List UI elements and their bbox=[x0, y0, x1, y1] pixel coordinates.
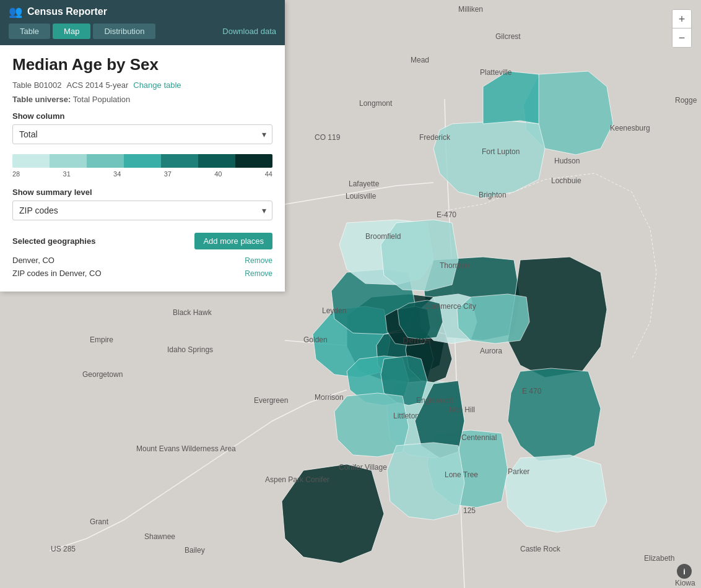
tab-table[interactable]: Table bbox=[9, 24, 50, 39]
scale-label: 44 bbox=[265, 170, 272, 178]
selected-geographies-section: Selected geographies Add more places Den… bbox=[12, 230, 272, 278]
geo-item: ZIP codes in Denver, CORemove bbox=[12, 269, 272, 278]
svg-marker-21 bbox=[282, 464, 384, 563]
add-more-places-button[interactable]: Add more places bbox=[194, 233, 272, 249]
app-header: 👥 Census Reporter bbox=[0, 0, 285, 24]
remove-geography-link[interactable]: Remove bbox=[245, 269, 272, 278]
color-swatch bbox=[161, 154, 198, 168]
summary-level-select[interactable]: ZIP codes bbox=[12, 201, 272, 220]
summary-select-wrapper: ZIP codes ▾ bbox=[12, 201, 272, 220]
zoom-controls: + − bbox=[672, 9, 692, 48]
panel: 👥 Census Reporter Table Map Distribution… bbox=[0, 0, 285, 292]
tab-bar: Table Map Distribution Download data bbox=[0, 24, 285, 45]
tab-map[interactable]: Map bbox=[53, 24, 90, 39]
svg-marker-1 bbox=[433, 121, 545, 198]
scale-label: 31 bbox=[63, 170, 71, 178]
change-table-link[interactable]: Change table bbox=[133, 80, 181, 90]
color-swatch bbox=[124, 154, 161, 168]
geo-item: Denver, CORemove bbox=[12, 256, 272, 265]
color-swatch bbox=[235, 154, 272, 168]
color-scale: 283134374044 bbox=[12, 154, 272, 178]
svg-marker-6 bbox=[505, 455, 607, 532]
color-swatch bbox=[50, 154, 87, 168]
svg-marker-23 bbox=[457, 294, 529, 344]
census-reporter-icon: 👥 bbox=[9, 5, 22, 19]
svg-marker-20 bbox=[387, 443, 464, 520]
svg-marker-14 bbox=[381, 220, 458, 291]
scale-label: 37 bbox=[164, 170, 172, 178]
universe-label: Table universe: bbox=[12, 95, 71, 104]
geo-items-list: Denver, CORemoveZIP codes in Denver, COR… bbox=[12, 256, 272, 278]
selected-geo-title: Selected geographies bbox=[12, 236, 95, 246]
scale-label: 34 bbox=[113, 170, 121, 178]
color-bar bbox=[12, 154, 272, 168]
selected-geo-header: Selected geographies Add more places bbox=[12, 233, 272, 249]
survey-label: ACS 2014 5-year bbox=[67, 80, 129, 90]
show-column-label: Show column bbox=[12, 111, 272, 121]
scale-label: 40 bbox=[214, 170, 222, 178]
zoom-in-button[interactable]: + bbox=[673, 10, 691, 28]
column-select[interactable]: Total bbox=[12, 124, 272, 144]
app-title: Census Reporter bbox=[27, 6, 107, 17]
scale-label: 28 bbox=[12, 170, 20, 178]
zoom-out-button[interactable]: − bbox=[673, 28, 691, 47]
panel-content: Median Age by Sex Table B01002 ACS 2014 … bbox=[0, 45, 285, 292]
meta-row: Table B01002 ACS 2014 5-year Change tabl… bbox=[12, 80, 272, 90]
geo-name: Denver, CO bbox=[12, 256, 240, 265]
column-select-wrapper: Total ▾ bbox=[12, 124, 272, 144]
color-swatch bbox=[12, 154, 50, 168]
universe-row: Table universe: Total Population bbox=[12, 95, 272, 104]
color-swatch bbox=[198, 154, 235, 168]
table-id: Table B01002 bbox=[12, 80, 62, 90]
color-swatch bbox=[87, 154, 124, 168]
page-title: Median Age by Sex bbox=[12, 55, 272, 74]
svg-marker-5 bbox=[508, 368, 601, 461]
geo-name: ZIP codes in Denver, CO bbox=[12, 269, 240, 278]
universe-value: Total Population bbox=[73, 95, 131, 104]
svg-marker-2 bbox=[483, 71, 539, 124]
remove-geography-link[interactable]: Remove bbox=[245, 256, 272, 265]
tab-distribution[interactable]: Distribution bbox=[93, 24, 155, 39]
download-data-link[interactable]: Download data bbox=[222, 27, 276, 36]
info-button[interactable]: i bbox=[677, 564, 692, 579]
show-summary-label: Show summary level bbox=[12, 188, 272, 197]
scale-labels: 283134374044 bbox=[12, 170, 272, 178]
